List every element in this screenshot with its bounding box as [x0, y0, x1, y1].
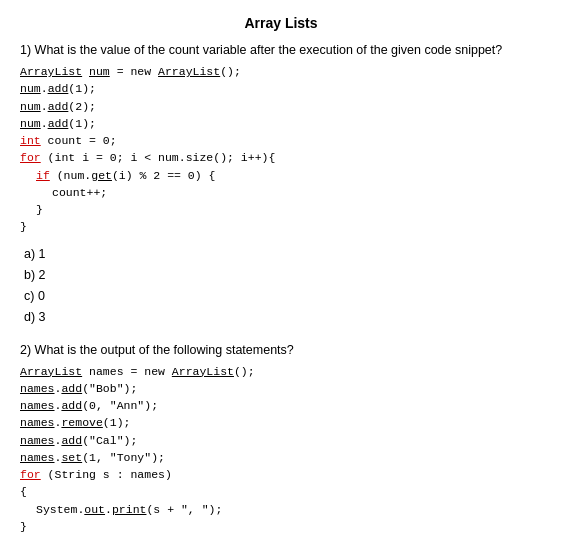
question-1: 1) What is the value of the count variab…	[20, 43, 542, 329]
question-2: 2) What is the output of the following s…	[20, 343, 542, 539]
q1-code: ArrayList num = new ArrayList();num.add(…	[20, 63, 542, 236]
q2-code: ArrayList names = new ArrayList();names.…	[20, 363, 542, 536]
q2-text: 2) What is the output of the following s…	[20, 343, 542, 357]
q1-text: 1) What is the value of the count variab…	[20, 43, 542, 57]
page-title: Array Lists	[20, 15, 542, 31]
q1-answers: a) 1b) 2c) 0d) 3	[24, 244, 542, 329]
